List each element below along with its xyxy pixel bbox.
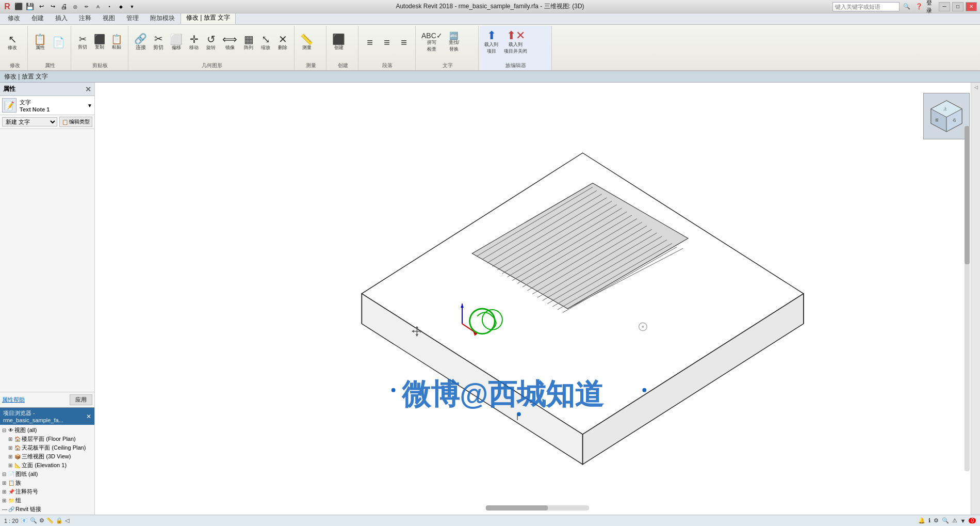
paste-label: 粘贴 <box>112 44 121 51</box>
notif-icon[interactable]: 🔔 <box>918 517 925 524</box>
properties-close-icon[interactable]: ✕ <box>85 85 91 93</box>
trim-btn[interactable]: ✂剪切 <box>150 27 167 58</box>
status-icon-4[interactable]: 📏 <box>46 517 54 524</box>
create-btn[interactable]: ⬛创建 <box>330 27 348 58</box>
close-btn[interactable]: ✕ <box>966 2 977 11</box>
tree-item[interactable]: —🔗Revit 链接 <box>1 505 93 514</box>
load-to-project-btn[interactable]: ⬆ 载入到项目 <box>482 27 501 58</box>
qa-redo[interactable]: ↪ <box>47 2 58 12</box>
qa-more2[interactable]: ✏ <box>81 2 92 12</box>
qa-undo[interactable]: ↩ <box>36 2 46 12</box>
load-and-close-btn[interactable]: ⬆✕ 载入到项目并关闭 <box>501 27 530 58</box>
tree-expand-icon[interactable]: ⊞ <box>8 445 14 451</box>
move-btn[interactable]: ✛移动 <box>186 27 202 58</box>
copy-btn[interactable]: ⬛ 复制 <box>91 27 108 58</box>
right-collapse-btn[interactable]: ◁ <box>973 85 978 90</box>
tab-annotate[interactable]: 注释 <box>73 12 97 24</box>
spell-check-btn[interactable]: ABC✓ 拼写检查 <box>419 27 445 58</box>
tree-expand-icon[interactable]: ⊞ <box>2 489 8 495</box>
tree-expand-icon[interactable]: — <box>2 506 8 512</box>
align-center-btn[interactable]: ≡ <box>379 27 395 58</box>
info-icon[interactable]: ℹ <box>928 517 930 524</box>
properties-help-link[interactable]: 属性帮助 <box>2 396 25 404</box>
tree-item[interactable]: ⊞📌注释符号 <box>1 487 93 496</box>
search-input[interactable] <box>832 2 900 11</box>
edit-type-button[interactable]: 📋 编辑类型 <box>59 117 92 127</box>
status-icon-5[interactable]: 🔒 <box>56 517 63 524</box>
tree-item[interactable]: ⊞🏠楼层平面 (Floor Plan) <box>1 435 93 443</box>
rotate-btn[interactable]: ↺旋转 <box>203 27 219 58</box>
tree-expand-icon[interactable]: ⊟ <box>2 427 8 433</box>
offset-btn[interactable]: ⬜偏移 <box>167 27 185 58</box>
warning-icon[interactable]: ⚠ <box>952 517 957 524</box>
browser-close-icon[interactable]: ✕ <box>86 413 91 420</box>
app-icon[interactable]: R <box>2 2 12 12</box>
measure-btn[interactable]: 📏测量 <box>298 27 316 58</box>
tree-expand-icon[interactable]: ⊞ <box>2 498 8 503</box>
browser-tree: ⊟👁视图 (all) ⊞🏠楼层平面 (Floor Plan) ⊞🏠天花板平面 (… <box>0 425 94 515</box>
tree-item[interactable]: ⊞📋族 <box>1 479 93 487</box>
tree-item[interactable]: ⊟📄图纸 (all) <box>1 470 93 479</box>
qa-save[interactable]: 💾 <box>25 2 35 12</box>
tree-expand-icon[interactable]: ⊟ <box>2 471 8 477</box>
tab-insert[interactable]: 插入 <box>50 12 73 24</box>
qa-dropdown[interactable]: ▼ <box>127 2 137 12</box>
tree-expand-icon[interactable]: ⊞ <box>8 436 14 442</box>
qa-more5[interactable]: ◆ <box>116 2 126 12</box>
status-icon-2[interactable]: 🔍 <box>30 517 37 524</box>
minimize-btn[interactable]: ─ <box>939 2 950 11</box>
paste-btn[interactable]: 📋 粘贴 <box>108 27 125 58</box>
paste-icon: 📋 <box>111 35 122 44</box>
tree-item[interactable]: ⊞🏠天花板平面 (Ceiling Plan) <box>1 443 93 452</box>
tree-node-icon: 📦 <box>14 454 21 459</box>
connect-btn[interactable]: 🔗连接 <box>132 27 150 58</box>
h-scrollbar[interactable] <box>486 505 589 511</box>
svg-marker-30 <box>415 326 418 328</box>
status-icon-3[interactable]: ⚙ <box>39 517 44 524</box>
select-btn[interactable]: ↖ 修改 <box>4 27 21 58</box>
tree-item[interactable]: ⊞📁组 <box>1 496 93 505</box>
delete-btn[interactable]: ✕删除 <box>274 27 291 58</box>
props-btn[interactable]: 📋 属性 <box>31 27 49 58</box>
status-icon-1[interactable]: 📧 <box>21 517 28 524</box>
type-props-btn[interactable]: 📄 <box>50 27 68 58</box>
tree-item[interactable]: ⊞📐立面 (Elevation 1) <box>1 461 93 470</box>
array-btn[interactable]: ▦阵列 <box>240 27 257 58</box>
cut-btn[interactable]: ✂ 剪切 <box>74 27 91 58</box>
maximize-btn[interactable]: □ <box>952 2 963 11</box>
tab-manage[interactable]: 管理 <box>121 12 144 24</box>
tree-expand-icon[interactable]: ⊞ <box>2 480 8 486</box>
type-instance: Text Note 1 <box>20 106 86 113</box>
find-replace-btn[interactable]: 🔤 查找/替换 <box>446 27 462 58</box>
qa-more4[interactable]: • <box>104 2 115 12</box>
qa-print[interactable]: 🖨 <box>59 2 69 12</box>
qa-more3[interactable]: A <box>93 2 103 12</box>
login-btn[interactable]: 登录 <box>926 2 937 12</box>
mirror-btn[interactable]: ⟺镜像 <box>220 27 240 58</box>
align-left-btn[interactable]: ≡ <box>362 27 378 58</box>
canvas-area[interactable]: 微博@西城知道 上 前 右 ◁ <box>95 83 980 515</box>
tab-create[interactable]: 创建 <box>26 12 50 24</box>
qa-more1[interactable]: ◎ <box>70 2 80 12</box>
tab-modify[interactable]: 修改 <box>2 12 26 24</box>
tree-item[interactable]: ⊟👁视图 (all) <box>1 426 93 435</box>
scale-btn[interactable]: ⤡缩放 <box>257 27 274 58</box>
tree-expand-icon[interactable]: ⊞ <box>8 454 14 459</box>
align-right-btn[interactable]: ≡ <box>396 27 412 58</box>
apply-button[interactable]: 应用 <box>70 394 92 405</box>
help-btn[interactable]: ❓ <box>914 2 924 12</box>
v-scrollbar[interactable] <box>965 126 970 472</box>
view-cube[interactable]: 上 前 右 <box>923 93 970 139</box>
filter-icon[interactable]: ▼ <box>960 518 966 524</box>
tab-view[interactable]: 视图 <box>97 12 121 24</box>
search-icon2[interactable]: 🔍 <box>942 517 949 524</box>
tree-expand-icon[interactable]: ⊞ <box>8 463 14 468</box>
type-dropdown-btn[interactable]: ▼ <box>87 103 92 108</box>
qa-open[interactable]: ⬛ <box>13 2 24 12</box>
settings-icon[interactable]: ⚙ <box>934 517 939 524</box>
tree-item[interactable]: ⊞📦三维视图 (3D View) <box>1 452 93 461</box>
status-icon-6[interactable]: ◁ <box>65 517 69 524</box>
tab-addins[interactable]: 附加模块 <box>144 12 181 24</box>
search-btn[interactable]: 🔍 <box>902 2 912 12</box>
new-type-select[interactable]: 新建 文字 <box>2 117 57 126</box>
